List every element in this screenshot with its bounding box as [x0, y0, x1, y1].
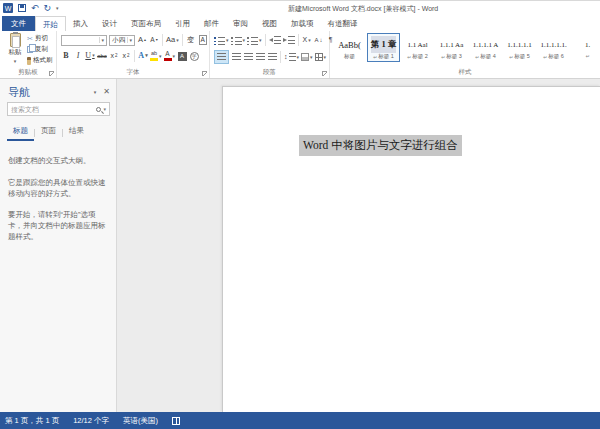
group-styles: AaBb( 标题 第 1 章 ↵标题 1 1.1 Aal ↵标题 2 1.1.1…	[330, 31, 600, 78]
phonetic-guide-button[interactable]: 变	[186, 34, 196, 46]
tab-youdao-translate[interactable]: 有道翻译	[321, 16, 365, 31]
style-item-heading2[interactable]: 1.1 Aal ↵标题 2	[401, 33, 434, 62]
tab-view[interactable]: 视图	[255, 16, 284, 31]
change-case-button[interactable]: Aa▾	[166, 34, 179, 46]
line-spacing-button[interactable]: ↕▾	[284, 51, 299, 63]
copy-icon	[27, 46, 33, 53]
style-item-heading4[interactable]: 1.1.1.1 A ↵标题 4	[469, 33, 502, 62]
underline-button[interactable]: U▾	[85, 50, 95, 62]
page-indicator[interactable]: 第 1 页，共 1 页	[5, 416, 59, 426]
search-icon[interactable]	[96, 107, 101, 112]
character-border-button[interactable]: A	[198, 34, 208, 46]
nav-search-box[interactable]: ▾	[7, 102, 110, 116]
multilevel-list-icon	[247, 36, 258, 45]
style-item-partial[interactable]: 1. ↵	[571, 33, 599, 62]
copy-button[interactable]: 复制	[27, 44, 57, 55]
tab-references[interactable]: 引用	[168, 16, 197, 31]
search-input[interactable]	[8, 106, 96, 113]
tab-addins[interactable]: 加载项	[284, 16, 321, 31]
word-count[interactable]: 12/12 个字	[73, 416, 109, 426]
group-clipboard: 粘贴 ▾ ✂ 剪切 复制 格式刷 剪贴板	[0, 31, 57, 78]
bold-button[interactable]: B	[61, 50, 71, 62]
font-name-combo[interactable]: ▾	[61, 35, 107, 46]
style-item-heading5[interactable]: 1.1.1.1.1 ↵标题 5	[503, 33, 536, 62]
word-logo-icon[interactable]: W	[3, 3, 13, 13]
search-options-icon[interactable]: ▾	[103, 106, 106, 112]
increase-indent-button[interactable]	[283, 34, 295, 46]
style-item-heading3[interactable]: 1.1.1 Aa ↵标题 3	[435, 33, 468, 62]
nav-tab-pages[interactable]: 页面	[35, 124, 62, 141]
font-dialog-launcher-icon[interactable]	[202, 71, 207, 76]
save-icon[interactable]	[18, 4, 26, 12]
shrink-font-button[interactable]: A▾	[149, 34, 159, 46]
clipboard-dialog-launcher-icon[interactable]	[49, 71, 54, 76]
align-right-button[interactable]	[243, 51, 253, 63]
align-left-button[interactable]	[214, 50, 229, 64]
style-item-title[interactable]: AaBb( 标题	[333, 33, 366, 62]
group-font: ▾ 小四▾ A▴ A▾ Aa▾ 变 A B I U▾ abc x2 x2	[57, 31, 210, 78]
highlight-color-button[interactable]: ab▾	[150, 50, 162, 62]
tab-page-layout[interactable]: 页面布局	[124, 16, 168, 31]
subscript-button[interactable]: x2	[109, 50, 119, 62]
linked-style-icon: ↵	[407, 54, 411, 60]
italic-button[interactable]: I	[73, 50, 83, 62]
multilevel-list-button[interactable]: ▾	[247, 34, 262, 46]
character-shading-button[interactable]: A	[177, 50, 187, 62]
shading-button[interactable]: ▾	[301, 51, 313, 63]
brush-icon	[27, 57, 31, 65]
text-effects-button[interactable]: A▾	[138, 50, 148, 62]
tab-insert[interactable]: 插入	[66, 16, 95, 31]
increase-indent-icon	[283, 38, 287, 42]
paste-dropdown-icon[interactable]: ▾	[14, 58, 17, 64]
grow-font-button[interactable]: A▴	[137, 34, 147, 46]
enclose-characters-button[interactable]: 字	[189, 50, 199, 62]
paragraph-dialog-launcher-icon[interactable]	[322, 71, 327, 76]
borders-button[interactable]: ▾	[315, 51, 327, 63]
decrease-indent-button[interactable]	[269, 34, 281, 46]
bullet-list-icon	[214, 36, 225, 45]
tab-mailings[interactable]: 邮件	[197, 16, 226, 31]
align-center-icon	[232, 53, 241, 61]
ribbon-tabs: 文件 开始 插入 设计 页面布局 引用 邮件 审阅 视图 加载项 有道翻译	[0, 16, 600, 31]
ribbon: 粘贴 ▾ ✂ 剪切 复制 格式刷 剪贴板	[0, 31, 600, 79]
sort-button[interactable]: A↓	[314, 34, 324, 46]
borders-icon	[315, 53, 323, 61]
font-size-combo[interactable]: 小四▾	[109, 35, 135, 46]
nav-tab-headings[interactable]: 标题	[7, 124, 34, 141]
nav-tab-results[interactable]: 结果	[63, 124, 90, 141]
undo-icon[interactable]: ↶	[31, 4, 39, 13]
strikethrough-button[interactable]: abc	[97, 50, 107, 62]
nav-pane-options-icon[interactable]: ▾	[94, 89, 97, 95]
tab-file[interactable]: 文件	[2, 16, 35, 31]
numbered-list-icon	[231, 36, 242, 45]
customize-qat-icon[interactable]: ▾	[56, 5, 59, 11]
cut-button[interactable]: ✂ 剪切	[27, 33, 57, 44]
selected-text[interactable]: Word 中将图片与文字进行组合	[299, 135, 462, 156]
paste-button[interactable]: 粘贴 ▾	[3, 33, 27, 67]
superscript-button[interactable]: x2	[121, 50, 131, 62]
font-color-button[interactable]: A▾	[164, 50, 176, 62]
tab-home[interactable]: 开始	[35, 16, 66, 31]
bullets-button[interactable]: ▾	[214, 34, 229, 46]
style-item-heading6[interactable]: 1.1.1.1.1. ↵标题 6	[537, 33, 570, 62]
proofing-status-icon[interactable]	[172, 417, 180, 425]
tab-design[interactable]: 设计	[95, 16, 124, 31]
distribute-button[interactable]	[267, 51, 277, 63]
redo-icon[interactable]: ↻	[44, 4, 52, 13]
paragraph-group-label: 段落	[210, 68, 329, 77]
justify-button[interactable]	[255, 51, 265, 63]
document-page[interactable]: Word 中将图片与文字进行组合	[222, 86, 600, 412]
linked-style-icon: ↵	[475, 54, 479, 60]
language-indicator[interactable]: 英语(美国)	[123, 416, 158, 426]
nav-pane-close-icon[interactable]: ✕	[103, 88, 110, 96]
linked-style-icon: ↵	[585, 53, 589, 59]
align-center-button[interactable]	[231, 51, 241, 63]
numbering-button[interactable]: ▾	[231, 34, 246, 46]
nav-pane-hint-3: 要开始，请转到“开始”选项卡，并向文档中的标题应用标题样式。	[8, 209, 110, 242]
style-item-heading1[interactable]: 第 1 章 ↵标题 1	[367, 33, 400, 62]
nav-pane-hint-2: 它是跟踪您的具体位置或快速移动内容的好方式。	[8, 177, 110, 199]
asian-layout-button[interactable]: X▾	[302, 34, 312, 46]
window-title: 新建Microsoft Word 文档.docx [兼容模式] - Word	[288, 4, 438, 14]
tab-review[interactable]: 审阅	[226, 16, 255, 31]
format-painter-button[interactable]: 格式刷	[27, 55, 57, 66]
